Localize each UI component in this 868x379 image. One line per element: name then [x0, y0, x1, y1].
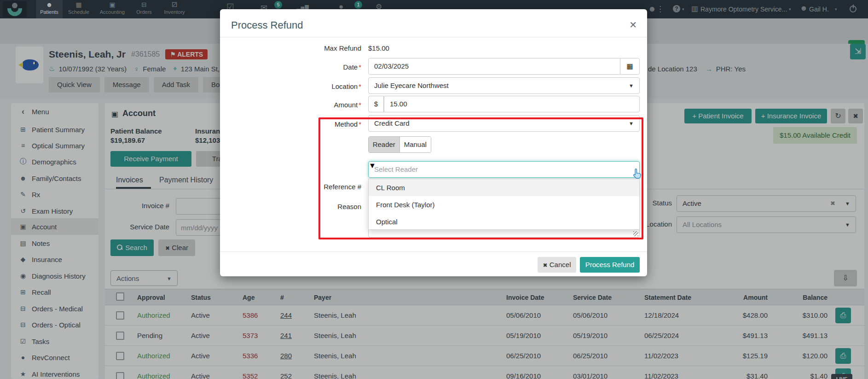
- date-label: Date*: [220, 63, 361, 71]
- reader-option-cl-room[interactable]: CL Room: [369, 179, 639, 196]
- process-refund-modal: Process Refund ✕ Max Refund $15.00 Date*…: [220, 9, 647, 276]
- cancel-x-icon: ✖: [543, 262, 548, 268]
- reference-number-label: Reference #: [220, 183, 361, 191]
- reader-manual-toggle: Reader Manual: [368, 136, 431, 153]
- amount-input[interactable]: 15.00: [384, 96, 640, 112]
- select-reader-dropdown[interactable]: Select Reader ▼: [368, 161, 640, 178]
- cancel-button[interactable]: ✖ Cancel: [538, 257, 576, 273]
- method-caret-icon: ▼: [629, 116, 634, 131]
- modal-header-divider: [220, 37, 647, 37]
- reader-option-front-desk[interactable]: Front Desk (Taylor): [369, 196, 639, 213]
- reader-toggle-button[interactable]: Reader: [369, 137, 400, 152]
- manual-toggle-button[interactable]: Manual: [400, 137, 431, 152]
- currency-prefix: $: [368, 96, 384, 112]
- location-label: Location*: [220, 82, 361, 90]
- location-caret-icon: ▼: [629, 78, 634, 93]
- reason-label: Reason: [220, 203, 361, 210]
- process-refund-button[interactable]: Process Refund: [580, 257, 640, 273]
- app-root: ☻ Patients ▦ Schedule ▣ Accounting ⊟ Ord…: [0, 0, 868, 379]
- date-input[interactable]: 02/03/2025 ▦: [368, 58, 640, 75]
- method-label: Method*: [220, 120, 361, 128]
- modal-footer-divider: [220, 251, 647, 252]
- method-select[interactable]: Credit Card ▼: [368, 115, 640, 132]
- modal-title: Process Refund: [231, 19, 303, 31]
- reader-options-menu: CL Room Front Desk (Taylor) Optical: [368, 179, 640, 230]
- amount-label: Amount*: [220, 101, 361, 109]
- location-select[interactable]: Julie Eyecare Northwest ▼: [368, 77, 640, 94]
- max-refund-label: Max Refund: [220, 44, 361, 52]
- modal-close-icon[interactable]: ✕: [629, 19, 637, 30]
- calendar-icon[interactable]: ▦: [620, 58, 639, 74]
- reader-option-optical[interactable]: Optical: [369, 213, 639, 230]
- max-refund-value: $15.00: [368, 44, 389, 52]
